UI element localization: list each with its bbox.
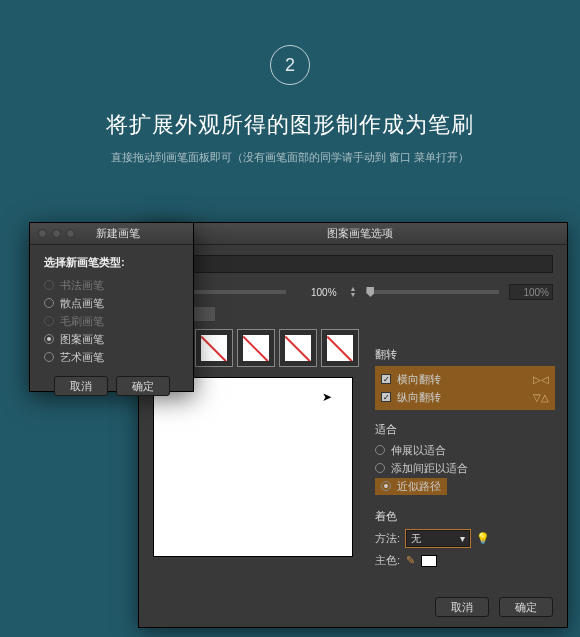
fit-group-label: 适合	[375, 422, 555, 437]
fit-space-label: 添加间距以适合	[391, 461, 468, 476]
dialog-title: 图案画笔选项	[152, 226, 567, 241]
fit-space-radio[interactable]	[375, 463, 385, 473]
dialog-title: 新建画笔	[43, 226, 193, 241]
cancel-button[interactable]: 取消	[435, 597, 489, 617]
eyedropper-icon[interactable]: ✎	[406, 554, 415, 567]
scale-slider-2[interactable]	[366, 290, 499, 294]
scale-percent-2: 100%	[509, 284, 553, 300]
tile-end[interactable]	[321, 329, 359, 367]
flip-group-label: 翻转	[375, 347, 555, 362]
cursor-icon: ➤	[322, 390, 332, 404]
page-subtitle: 直接拖动到画笔面板即可（没有画笔面部的同学请手动到 窗口 菜单打开）	[0, 150, 580, 165]
dialog-titlebar[interactable]: 图案画笔选项	[139, 223, 567, 245]
tile-outer-corner[interactable]	[195, 329, 233, 367]
method-label: 方法:	[375, 531, 400, 546]
type-pattern-radio[interactable]	[44, 334, 54, 344]
brush-type-label: 选择新画笔类型:	[44, 255, 179, 270]
type-calligraphic-radio	[44, 280, 54, 290]
colorization-method-dropdown[interactable]: 无 ▾	[406, 530, 470, 547]
flip-group: 横向翻转 ▷◁ 纵向翻转 ▽△	[375, 366, 555, 410]
ok-button[interactable]: 确定	[499, 597, 553, 617]
flip-horizontal-checkbox[interactable]	[381, 374, 391, 384]
cancel-button[interactable]: 取消	[54, 376, 108, 396]
fit-approx-label: 近似路径	[397, 479, 441, 494]
keycolor-label: 主色:	[375, 553, 400, 568]
brush-name-input[interactable]	[153, 255, 553, 273]
fit-stretch-radio[interactable]	[375, 445, 385, 455]
type-art-radio[interactable]	[44, 352, 54, 362]
type-scatter-label: 散点画笔	[60, 296, 104, 311]
ok-button[interactable]: 确定	[116, 376, 170, 396]
flip-vertical-icon: ▽△	[533, 392, 549, 403]
fit-stretch-label: 伸展以适合	[391, 443, 446, 458]
flip-horizontal-icon: ▷◁	[533, 374, 549, 385]
tile-start[interactable]	[279, 329, 317, 367]
page-heading: 将扩展外观所得的图形制作成为笔刷	[0, 110, 580, 140]
flip-horizontal-label: 横向翻转	[397, 372, 441, 387]
chevron-down-icon: ▾	[460, 533, 465, 544]
keycolor-swatch[interactable]	[421, 555, 437, 567]
flip-vertical-checkbox[interactable]	[381, 392, 391, 402]
brush-preview: ➤	[153, 377, 353, 557]
step-number-badge: 2	[270, 45, 310, 85]
link-icon[interactable]: ▲▼	[350, 286, 357, 298]
fit-approx-radio[interactable]	[381, 481, 391, 491]
type-pattern-label: 图案画笔	[60, 332, 104, 347]
type-art-label: 艺术画笔	[60, 350, 104, 365]
new-brush-dialog: 新建画笔 选择新画笔类型: 书法画笔 散点画笔 毛刷画笔 图案画笔 艺术画笔 取…	[29, 222, 194, 392]
tips-icon[interactable]: 💡	[476, 532, 490, 545]
type-bristle-label: 毛刷画笔	[60, 314, 104, 329]
type-calligraphic-label: 书法画笔	[60, 278, 104, 293]
scale-percent[interactable]: 100%	[296, 284, 340, 300]
type-bristle-radio	[44, 316, 54, 326]
flip-vertical-label: 纵向翻转	[397, 390, 441, 405]
pattern-brush-options-dialog: 图案画笔选项 100% ▲▼ 100% ➤ 翻转	[138, 222, 568, 628]
method-value: 无	[411, 532, 421, 546]
dialog-titlebar[interactable]: 新建画笔	[30, 223, 193, 245]
tile-inner-corner[interactable]	[237, 329, 275, 367]
type-scatter-radio[interactable]	[44, 298, 54, 308]
color-group-label: 着色	[375, 509, 555, 524]
